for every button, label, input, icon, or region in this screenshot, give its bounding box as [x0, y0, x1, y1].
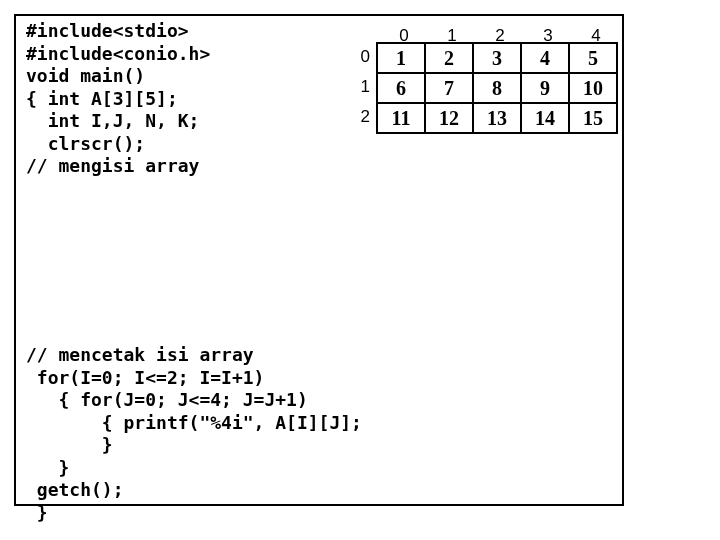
cell: 6: [377, 73, 425, 103]
table-row: 6 7 8 9 10: [377, 73, 617, 103]
slide-frame: #include<stdio> #include<conio.h> void m…: [14, 14, 624, 506]
table-row: 11 12 13 14 15: [377, 103, 617, 133]
cell: 13: [473, 103, 521, 133]
cell: 1: [377, 43, 425, 73]
cell: 2: [425, 43, 473, 73]
cell: 11: [377, 103, 425, 133]
row-header: 2: [338, 102, 370, 132]
row-header: 1: [338, 72, 370, 102]
array-table: 1 2 3 4 5 6 7 8 9 10 11 12 13 14: [376, 42, 618, 134]
code-block-top: #include<stdio> #include<conio.h> void m…: [26, 20, 210, 178]
cell: 12: [425, 103, 473, 133]
cell: 8: [473, 73, 521, 103]
cell: 3: [473, 43, 521, 73]
row-header: 0: [338, 42, 370, 72]
code-block-bottom: // mencetak isi array for(I=0; I<=2; I=I…: [26, 344, 362, 524]
cell: 5: [569, 43, 617, 73]
array-visual: 0 1 2 3 4 0 1 2 1 2 3 4 5 6: [338, 26, 620, 134]
row-headers: 0 1 2: [338, 42, 370, 134]
cell: 9: [521, 73, 569, 103]
cell: 7: [425, 73, 473, 103]
cell: 4: [521, 43, 569, 73]
table-row: 1 2 3 4 5: [377, 43, 617, 73]
cell: 15: [569, 103, 617, 133]
cell: 10: [569, 73, 617, 103]
cell: 14: [521, 103, 569, 133]
